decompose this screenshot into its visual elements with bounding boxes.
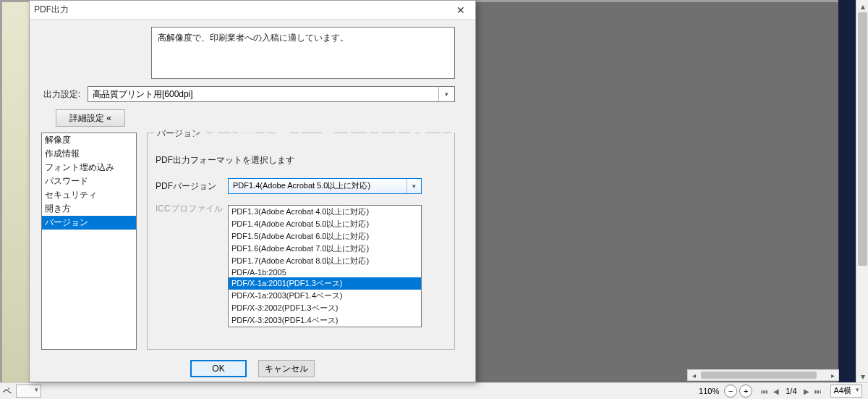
zoom-controls: 110% − + [696, 385, 752, 398]
scroll-down-button[interactable]: ▾ [856, 370, 868, 382]
preset-description: 高解像度で、印刷業者への入稿に適しています。 [151, 27, 455, 79]
pdf-version-value: PDF1.4(Adobe Acrobat 5.0以上に対応) [233, 181, 370, 190]
pdf-version-option[interactable]: PDF/X-3:2002(PDF1.3ベース) [229, 302, 421, 314]
category-item[interactable]: 解像度 [42, 133, 136, 147]
scroll-left-button[interactable]: ◂ [688, 370, 699, 380]
dialog-title: PDF出力 [34, 4, 446, 16]
scrollbar-thumb-vertical[interactable] [858, 12, 867, 266]
page-last-button[interactable]: ⏭ [813, 387, 823, 395]
page-prev-button[interactable]: ◀ [772, 387, 780, 395]
pdf-version-option[interactable]: PDF1.3(Adobe Acrobat 4.0以上に対応) [229, 206, 421, 218]
category-item[interactable]: 開き方 [42, 202, 136, 216]
preset-dropdown-value: 高品質プリント用[600dpi] [93, 89, 193, 99]
pdf-version-option[interactable]: PDF/X-1a:2003(PDF1.4ベース) [229, 290, 421, 302]
zoom-out-button[interactable]: − [724, 385, 737, 398]
page-indicator: 1/4 [786, 387, 796, 395]
detail-settings-button[interactable]: 詳細設定 « [56, 109, 125, 127]
pdf-version-option[interactable]: PDF1.6(Adobe Acrobat 7.0以上に対応) [229, 243, 421, 255]
icc-profile-label: ICCプロファイル [156, 203, 228, 215]
statusbar-paper-dropdown[interactable]: A4横 [830, 385, 862, 398]
dialog-close-button[interactable]: ✕ [446, 1, 475, 20]
zoom-in-button[interactable]: + [739, 385, 752, 398]
panel-subtitle: PDF出力フォーマットを選択します [156, 154, 294, 167]
page-next-button[interactable]: ▶ [802, 387, 811, 395]
scroll-right-button[interactable]: ▸ [827, 370, 838, 380]
category-list[interactable]: 解像度作成情報フォント埋め込みパスワードセキュリティ開き方バージョン [41, 133, 137, 350]
page-first-button[interactable]: ⏮ [760, 387, 770, 395]
zoom-value: 110% [699, 387, 719, 395]
statusbar-dropdown-1[interactable] [16, 385, 41, 398]
pdf-version-dropdown[interactable]: PDF1.4(Adobe Acrobat 5.0以上に対応) ▾ [228, 178, 422, 194]
pdf-export-dialog: PDF出力 ✕ 高解像度で、印刷業者への入稿に適しています。 出力設定: 高品質… [29, 0, 476, 382]
pdf-version-option[interactable]: PDF1.7(Adobe Acrobat 8.0以上に対応) [229, 255, 421, 267]
fieldset-legend: バージョン [154, 127, 203, 140]
horizontal-scrollbar[interactable]: ◂ ▸ [687, 369, 839, 381]
pdf-version-option[interactable]: PDF/X-1a:2001(PDF1.3ベース) [229, 277, 421, 290]
scrollbar-thumb-horizontal[interactable] [701, 371, 817, 379]
pdf-version-option[interactable]: PDF1.5(Adobe Acrobat 6.0以上に対応) [229, 230, 421, 243]
statusbar: ペ 110% − + ⏮ ◀ 1/4 ▶ ⏭ A4横 [0, 382, 868, 399]
preset-label: 出力設定: [41, 88, 88, 101]
chevron-down-icon: ▾ [438, 87, 454, 101]
dialog-titlebar: PDF出力 ✕ [30, 1, 475, 20]
ok-button[interactable]: OK [190, 360, 247, 377]
pdf-version-option[interactable]: PDF/X-3:2003(PDF1.4ベース) [229, 314, 421, 327]
chevron-down-icon: ▾ [407, 179, 421, 193]
pdf-version-dropdown-list[interactable]: PDF1.3(Adobe Acrobat 4.0以上に対応)PDF1.4(Ado… [228, 205, 422, 327]
category-item[interactable]: フォント埋め込み [42, 161, 136, 175]
category-item[interactable]: パスワード [42, 175, 136, 188]
page-controls: ⏮ ◀ 1/4 ▶ ⏭ [760, 387, 822, 395]
pdf-version-option[interactable]: PDF/A-1b:2005 [229, 267, 421, 277]
scroll-up-button[interactable]: ▴ [856, 0, 868, 12]
preset-dropdown[interactable]: 高品質プリント用[600dpi] ▾ [88, 86, 455, 102]
app-left-strip [2, 2, 31, 382]
category-item[interactable]: 作成情報 [42, 147, 136, 161]
category-item[interactable]: バージョン [42, 216, 136, 230]
app-right-strip [838, 0, 856, 382]
pdf-version-label: PDFバージョン [156, 180, 228, 193]
cancel-button[interactable]: キャンセル [258, 360, 315, 377]
statusbar-left-label: ペ [3, 385, 12, 398]
vertical-scrollbar[interactable]: ▴ ▾ [856, 0, 868, 382]
pdf-version-option[interactable]: PDF1.4(Adobe Acrobat 5.0以上に対応) [229, 218, 421, 230]
category-item[interactable]: セキュリティ [42, 188, 136, 202]
